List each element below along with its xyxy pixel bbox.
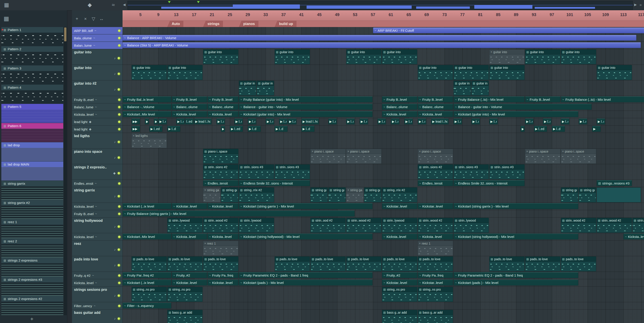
automation-clip[interactable]: ~Kicksta..level	[418, 111, 453, 117]
muted-pattern-clip[interactable]: ×reez 1	[203, 241, 238, 256]
mute-led[interactable]	[118, 156, 120, 159]
automation-clip[interactable]: ~ARP BREAKI - Fil Cutoff	[373, 27, 644, 33]
automation-clip[interactable]: ~Kicksta..level	[382, 111, 417, 117]
pattern-clip[interactable]: ▤guitar into	[561, 49, 596, 64]
track-header-guitar-into[interactable]: guitar into♪	[72, 65, 122, 80]
track-header-strings-sesions-pro[interactable]: strings sesions pro♪	[72, 287, 122, 302]
track-header-led-ligths[interactable]: led ligths♪	[72, 133, 122, 149]
muted-pattern-clip[interactable]: ×guitar into	[489, 49, 524, 64]
automation-clip[interactable]: ~Balance (Slot 5) - ARP BREAKI - Volume	[122, 42, 641, 48]
automation-clip[interactable]: ~Kickstar..level	[172, 280, 207, 286]
track-header-filter-uency[interactable]: Filter..uency~	[72, 302, 122, 310]
mute-led[interactable]	[118, 57, 120, 59]
muted-pattern-clip[interactable]: ×piano i..space	[418, 149, 453, 164]
automation-clip[interactable]: ~Fruity Balance (..to) - Mix level	[454, 96, 524, 102]
pattern-clip[interactable]: ▤strin..sions #3	[489, 164, 524, 179]
mini-pattern-clip[interactable]: ▶ l..d	[454, 119, 462, 124]
track-header-kicksta-level[interactable]: Kicksta..level~	[72, 279, 122, 287]
mute-led[interactable]	[118, 213, 120, 215]
mute-led[interactable]	[118, 318, 120, 320]
playlist-lane[interactable]: ~Balance - ARP BREAKI - Volume	[122, 34, 644, 42]
automation-clip[interactable]: ~Kickstart..Mix level	[122, 234, 171, 240]
automation-clip[interactable]: ~Balance - guitar into - Volume	[454, 104, 592, 110]
mini-pattern-clip[interactable]: ▶ lead l..hoped	[302, 119, 319, 124]
track-header-kicksta-level[interactable]: Kicksta..level~	[72, 111, 122, 118]
pattern-clip[interactable]: ▤guitar into	[167, 65, 202, 80]
mute-led[interactable]	[118, 225, 120, 228]
automation-clip[interactable]: ~Fruity Pa..freq	[418, 272, 453, 278]
pattern-item-pattern-6[interactable]: ▤Pattern 6	[1, 123, 63, 142]
mini-pattern-clip[interactable]: ▶ l..d	[552, 126, 565, 132]
playlist-lane[interactable]: ▤bass g..ar add▤bass g..ar add▤bass g..a…	[122, 310, 644, 323]
pattern-item-strings-2-expresions-2[interactable]: ▤strings 2 expresions #2	[1, 296, 63, 315]
playlist-lane[interactable]: ~Balance -..Volume~Balanc..olume~Balanc.…	[122, 103, 644, 111]
automation-clip[interactable]: ~Kickstar..level	[418, 203, 453, 209]
pattern-clip[interactable]: ▤pads..to love	[203, 257, 238, 271]
mini-pattern-clip[interactable]: ▶ l..d	[543, 119, 552, 124]
pattern-clip[interactable]: ▤strin..wood #2	[418, 218, 453, 233]
mute-led[interactable]	[118, 248, 120, 251]
pattern-item-pattern-3[interactable]: ▤Pattern 3	[1, 65, 63, 84]
mini-pattern-clip[interactable]: ▶ l..d	[471, 119, 480, 124]
playlist-lane[interactable]: ~Kickstart (..ix level~Kickstar..level~K…	[122, 203, 644, 210]
pattern-clip[interactable]: ▤guitar into	[454, 65, 489, 80]
mini-pattern-clip[interactable]: ▶	[520, 126, 524, 132]
automation-clip[interactable]: ~Kickstart (string garrix ) - Mix level	[239, 203, 372, 209]
mini-pattern-clip[interactable]: ▶ l..ed	[158, 119, 167, 124]
mini-pattern-clip[interactable]: ▶ l..ed	[525, 119, 534, 124]
playlist-lane[interactable]: ~Fruity Balance (string garrix ) - Mix l…	[122, 210, 644, 218]
automation-clip[interactable]: ▤strings..resions #3	[596, 180, 632, 186]
automation-clip[interactable]: ~Fruity B..level	[208, 96, 238, 102]
playlist-lane[interactable]: ~Endles..tensit~Endless Smile 32..sions …	[122, 180, 644, 187]
mini-pattern-clip[interactable]: ▶ l..ed	[176, 119, 185, 124]
timeline-ruler[interactable]: 5913172125293337414549535761656973778185…	[122, 10, 644, 27]
automation-clip[interactable]: ~Kickstar..level	[418, 280, 453, 286]
timeline-marker-auto[interactable]: Auto	[167, 21, 183, 27]
mini-pattern-clip[interactable]: ▶	[145, 119, 149, 124]
playlist-grid[interactable]: ~ARP BREAKI - Fil Cutoff~Balance - ARP B…	[122, 27, 644, 323]
muted-pattern-clip[interactable]: ×led ligths	[132, 133, 167, 148]
pattern-item-pattern-5[interactable]: ▤Pattern 5	[1, 104, 63, 123]
mute-led[interactable]	[118, 282, 120, 284]
mini-pattern-clip[interactable]: ▶ l..ed	[418, 119, 426, 124]
automation-clip[interactable]: ~Kicksta..level	[172, 234, 207, 240]
playlist-lane[interactable]: ~Kickstart..Mix level~Kicksta..level~Kic…	[122, 111, 644, 118]
track-header-string-hollywood[interactable]: string hollywood♪	[72, 218, 122, 233]
pattern-item-lad-drop[interactable]: ▤lad drop	[1, 142, 63, 161]
pattern-clip[interactable]: ▤string garrix	[221, 187, 238, 202]
mute-led[interactable]	[118, 274, 120, 277]
track-header-guitar-into-2[interactable]: guitar into #2♪	[72, 80, 122, 96]
mute-led[interactable]	[118, 195, 120, 197]
mini-pattern-clip[interactable]: ▶ l..ed	[288, 119, 296, 124]
pattern-item-pattern-1[interactable]: ▤Pattern 1	[1, 27, 63, 46]
playlist-lane[interactable]: ~Kickstart (..ix level~Kickstar..level~K…	[122, 279, 644, 287]
pattern-clip[interactable]: ▤pads..to love	[274, 257, 310, 271]
automation-clip[interactable]: ~Endless Smile 32..sions - Intensit	[454, 180, 524, 186]
pattern-clip[interactable]: ▤string..ns pro	[418, 287, 453, 302]
automation-clip[interactable]: ~Kicksta..level	[172, 111, 207, 117]
playlist-lane[interactable]: ▶▶▶▶▶ l..ed▶ l..edl..ed▶ lead l..hoped▶ …	[122, 118, 644, 126]
mute-led[interactable]	[118, 98, 120, 101]
pattern-clip[interactable]: ▤guitar into	[596, 65, 632, 80]
mute-led[interactable]	[118, 205, 120, 208]
mini-pattern-clip[interactable]: ▶ l..ed	[596, 119, 605, 124]
mini-pattern-clip[interactable]: ▶ l..ed	[279, 119, 288, 124]
mini-pattern-clip[interactable]: ▶ l..ed	[378, 119, 386, 124]
muted-pattern-clip[interactable]: ×piano i..space	[525, 149, 560, 164]
pattern-clip[interactable]: ▤string garrix	[579, 187, 596, 202]
pattern-clip[interactable]: ▤pads..to love	[132, 257, 167, 271]
automation-clip[interactable]: ~Filter - s..equency	[122, 303, 171, 309]
automation-clip[interactable]: ~Endless Smile 32..sions - Intensit	[239, 180, 310, 186]
mute-led[interactable]	[118, 305, 120, 307]
pattern-clip[interactable]: ▤guitar into #2	[454, 81, 471, 96]
track-header-piano-into-space[interactable]: piano into space♪	[72, 149, 122, 164]
picker-add-button[interactable]: +	[73, 15, 80, 22]
pattern-clip[interactable]: ▤string..ns pro	[167, 287, 202, 302]
pattern-clip[interactable]: ▤guitar into	[382, 49, 417, 64]
automation-clip[interactable]: ~Balanc..olume	[208, 104, 238, 110]
mini-pattern-clip[interactable]: l..ed	[185, 119, 194, 124]
automation-clip[interactable]: ~Balance - guitar into - Volume	[239, 104, 372, 110]
pattern-clip[interactable]: ▤guitar into #2	[471, 81, 489, 96]
mute-led[interactable]	[118, 88, 120, 91]
timeline-marker-pianos[interactable]: pianos	[239, 21, 258, 27]
